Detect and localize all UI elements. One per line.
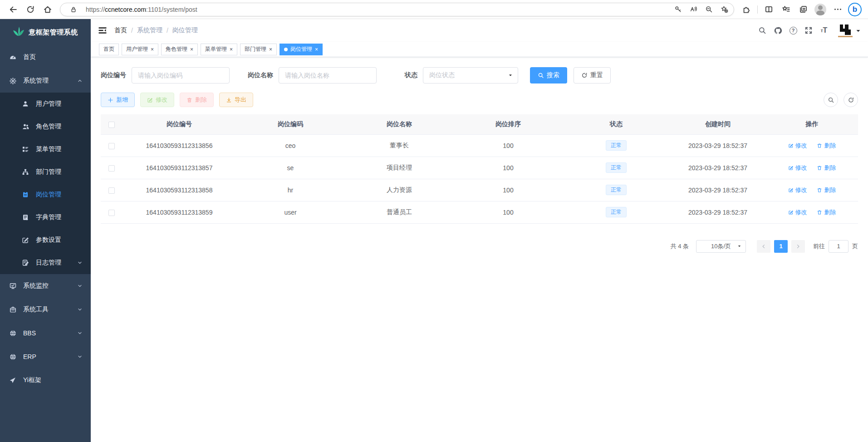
close-icon[interactable]: × <box>269 47 272 52</box>
row-edit-link[interactable]: 修改 <box>788 186 807 194</box>
zoom-out-icon[interactable] <box>701 3 716 16</box>
select-all-checkbox[interactable] <box>108 122 115 128</box>
paper-plane-icon <box>8 377 17 384</box>
tab-posts[interactable]: 岗位管理× <box>280 44 323 55</box>
sidebar-item-home[interactable]: 首页 <box>0 45 91 69</box>
row-delete-link[interactable]: 删除 <box>817 208 836 216</box>
profile-avatar[interactable] <box>812 2 829 17</box>
sidebar-item-label: BBS <box>23 329 36 337</box>
users-icon <box>21 123 30 130</box>
table-row[interactable]: 1641030593112313857 se 项目经理 100 正常 2023-… <box>101 157 858 179</box>
chevron-down-icon <box>77 283 83 289</box>
row-checkbox[interactable] <box>108 165 115 172</box>
user-avatar-menu[interactable] <box>838 24 861 37</box>
reset-button[interactable]: 重置 <box>574 67 611 83</box>
sidebar-item-erp[interactable]: ERP <box>0 345 91 368</box>
post-name-input[interactable] <box>279 67 377 83</box>
home-icon[interactable] <box>39 2 56 17</box>
goto-page-input[interactable] <box>829 240 848 253</box>
sidebar-item-logs[interactable]: 日志管理 <box>0 251 91 274</box>
sidebar-collapse-icon[interactable] <box>98 26 107 35</box>
app-logo[interactable]: 意框架管理系统 <box>0 19 91 45</box>
refresh-icon[interactable] <box>22 2 39 17</box>
chevron-down-icon <box>77 354 83 359</box>
tab-home[interactable]: 首页 <box>99 44 119 55</box>
row-edit-link[interactable]: 修改 <box>788 164 807 172</box>
read-aloud-icon[interactable] <box>686 3 701 16</box>
export-button[interactable]: 导出 <box>219 93 253 107</box>
cell-post-id: 1641030593112313857 <box>123 157 236 179</box>
breadcrumb-home[interactable]: 首页 <box>114 26 127 34</box>
delete-button[interactable]: 删除 <box>180 93 214 107</box>
sidebar-item-bbs[interactable]: BBS <box>0 321 91 345</box>
search-button[interactable]: 搜索 <box>530 67 567 83</box>
row-delete-link[interactable]: 删除 <box>817 186 836 194</box>
favorite-add-icon[interactable] <box>716 3 732 16</box>
sidebar-item-tools[interactable]: 系统工具 <box>0 298 91 321</box>
url-text[interactable]: https://ccnetcore.com:1101/system/post <box>86 6 670 13</box>
toggle-search-icon[interactable] <box>824 93 838 107</box>
close-icon[interactable]: × <box>190 47 193 52</box>
more-icon[interactable] <box>829 2 846 17</box>
app-title: 意框架管理系统 <box>29 28 78 37</box>
back-icon[interactable] <box>5 2 22 17</box>
bing-chat-icon[interactable]: b <box>846 2 863 17</box>
sidebar-item-dictionary[interactable]: 字典管理 <box>0 206 91 229</box>
row-checkbox[interactable] <box>108 210 115 216</box>
close-icon[interactable]: × <box>230 47 233 52</box>
refresh-table-icon[interactable] <box>843 93 858 107</box>
table-row[interactable]: 1641030593112313856 ceo 董事长 100 正常 2023-… <box>101 134 858 157</box>
row-delete-link[interactable]: 删除 <box>817 142 836 150</box>
browser-toolbar: https://ccnetcore.com:1101/system/post b <box>0 0 868 19</box>
row-edit-link[interactable]: 修改 <box>788 208 807 216</box>
tab-departments[interactable]: 部门管理× <box>240 44 277 55</box>
avatar <box>838 24 853 37</box>
fullscreen-icon[interactable] <box>801 23 816 38</box>
tab-users[interactable]: 用户管理× <box>122 44 158 55</box>
split-screen-icon[interactable] <box>760 2 777 17</box>
extensions-icon[interactable] <box>738 2 755 17</box>
sidebar-item-yi-framework[interactable]: Yi框架 <box>0 368 91 392</box>
collections-icon[interactable] <box>794 2 812 17</box>
sidebar-item-parameters[interactable]: 参数设置 <box>0 229 91 251</box>
tag-view-bar: 首页 用户管理× 角色管理× 菜单管理× 部门管理× 岗位管理× <box>91 42 868 57</box>
github-icon[interactable] <box>770 23 785 38</box>
table-row[interactable]: 1641030593112313859 user 普通员工 100 正常 202… <box>101 201 858 223</box>
sidebar-item-users[interactable]: 用户管理 <box>0 93 91 115</box>
post-code-input[interactable] <box>132 67 230 83</box>
cell-post-sort: 100 <box>454 157 563 179</box>
sidebar-item-menus[interactable]: 菜单管理 <box>0 138 91 161</box>
page-size-select[interactable]: 10条/页 <box>696 240 746 253</box>
favorites-bar-icon[interactable] <box>777 2 794 17</box>
row-checkbox[interactable] <box>108 187 115 194</box>
cell-created: 2023-03-29 18:52:37 <box>670 179 766 201</box>
row-delete-link[interactable]: 删除 <box>817 164 836 172</box>
log-icon <box>21 259 30 266</box>
add-button[interactable]: 新增 <box>101 93 135 107</box>
breadcrumb: 首页 / 系统管理 / 岗位管理 <box>114 26 198 34</box>
chevron-down-icon <box>77 260 83 265</box>
password-key-icon[interactable] <box>670 3 686 16</box>
font-size-icon[interactable]: тT <box>816 23 832 38</box>
status-select[interactable]: 岗位状态 <box>423 67 518 83</box>
tab-roles[interactable]: 角色管理× <box>161 44 198 55</box>
search-form: 岗位编号 岗位名称 状态 岗位状态 搜索 <box>101 67 858 83</box>
table-row[interactable]: 1641030593112313858 hr 人力资源 100 正常 2023-… <box>101 179 858 201</box>
sidebar-item-posts[interactable]: 岗位管理 <box>0 183 91 206</box>
help-icon[interactable]: ? <box>785 23 801 38</box>
search-icon[interactable] <box>755 23 770 38</box>
sidebar-item-roles[interactable]: 角色管理 <box>0 115 91 138</box>
prev-page-button[interactable] <box>757 240 770 253</box>
edit-button[interactable]: 修改 <box>140 93 174 107</box>
sidebar-item-departments[interactable]: 部门管理 <box>0 161 91 183</box>
sidebar-item-system[interactable]: 系统管理 <box>0 69 91 93</box>
sidebar-item-monitor[interactable]: 系统监控 <box>0 274 91 298</box>
next-page-button[interactable] <box>791 240 805 253</box>
close-icon[interactable]: × <box>151 47 154 52</box>
row-checkbox[interactable] <box>108 143 115 149</box>
tab-menus[interactable]: 菜单管理× <box>201 44 237 55</box>
row-edit-link[interactable]: 修改 <box>788 142 807 150</box>
close-icon[interactable]: × <box>315 47 318 52</box>
page-number-button[interactable]: 1 <box>774 240 788 253</box>
address-bar[interactable]: https://ccnetcore.com:1101/system/post <box>60 3 734 16</box>
